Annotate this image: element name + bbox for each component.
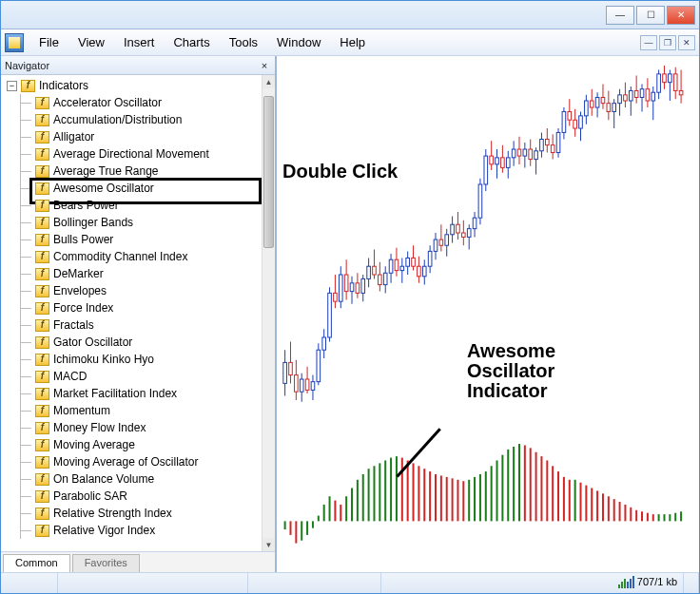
svg-rect-27 [356,283,360,294]
tree-item-average-directional-movement[interactable]: Average Directional Movement [1,145,262,163]
tree-item-accelerator-oscillator[interactable]: Accelerator Oscillator [1,94,262,111]
svg-rect-91 [535,151,538,160]
scrollbar[interactable]: ▲ ▼ [262,75,275,551]
svg-rect-131 [646,89,650,101]
tree-item-relative-vigor-index[interactable]: Relative Vigor Index [1,522,262,539]
svg-rect-15 [322,337,326,350]
window-minimize-button[interactable]: — [606,6,634,25]
scrollbar-down-icon[interactable]: ▼ [262,538,275,551]
app-icon [5,33,24,52]
chart-area[interactable]: Double Click Awesome Oscillator Indicato… [277,56,699,572]
svg-rect-107 [579,116,583,128]
tree-item-market-facilitation-index[interactable]: Market Facilitation Index [1,385,262,402]
tab-favorites[interactable]: Favorites [72,554,140,572]
svg-rect-41 [395,259,399,270]
indicator-icon [35,490,49,503]
mdi-restore-button[interactable]: ❐ [659,35,676,50]
scrollbar-up-icon[interactable]: ▲ [262,75,275,88]
svg-rect-23 [344,275,348,292]
menu-help[interactable]: Help [330,35,375,49]
scrollbar-thumb[interactable] [263,96,274,248]
menu-file[interactable]: File [29,35,68,49]
svg-rect-13 [317,350,321,381]
chart-svg [277,56,699,572]
menu-charts[interactable]: Charts [164,35,219,49]
tree-item-on-balance-volume[interactable]: On Balance Volume [1,470,262,488]
svg-rect-93 [540,139,544,150]
collapse-icon[interactable]: − [7,81,17,91]
tree-item-force-index[interactable]: Force Index [1,299,262,316]
menu-window[interactable]: Window [267,35,330,49]
svg-rect-39 [389,259,393,273]
window-maximize-button[interactable]: ☐ [636,6,665,25]
tree-item-gator-oscillator[interactable]: Gator Oscillator [1,334,262,351]
mdi-close-button[interactable]: ✕ [678,35,695,50]
tree-item-label: Bulls Power [53,233,113,246]
status-cell-3 [248,573,381,593]
svg-rect-127 [634,90,638,97]
indicator-icon [35,234,49,246]
navigator-title: Navigator [5,60,49,71]
tree-item-money-flow-index[interactable]: Money Flow Index [1,419,262,436]
svg-rect-45 [406,258,410,266]
svg-rect-95 [546,139,550,144]
svg-rect-141 [673,74,677,91]
menu-insert[interactable]: Insert [114,35,165,49]
tree-item-bears-power[interactable]: Bears Power [1,197,262,214]
svg-rect-83 [512,149,515,158]
tree-item-moving-average-of-oscillator[interactable]: Moving Average of Oscillator [1,453,262,470]
indicator-icon [35,371,49,383]
svg-rect-119 [612,104,616,112]
connection-icon [618,575,633,588]
menu-tools[interactable]: Tools [220,35,267,49]
tree-root-indicators[interactable]: −Indicators [1,77,262,94]
svg-rect-43 [400,266,404,270]
tree-item-bollinger-bands[interactable]: Bollinger Bands [1,214,262,231]
tree-item-moving-average[interactable]: Moving Average [1,436,262,453]
tree-root-label: Indicators [39,79,88,92]
indicator-icon [35,405,49,417]
indicator-icon [35,388,49,400]
window-close-button[interactable]: ✕ [667,6,695,25]
svg-rect-63 [457,224,460,233]
tree-item-label: Bollinger Bands [53,216,133,229]
svg-rect-69 [473,218,476,228]
tree-item-commodity-channel-index[interactable]: Commodity Channel Index [1,248,262,265]
tree-item-label: Moving Average of Oscillator [53,455,199,469]
svg-rect-51 [422,266,426,277]
tree-item-label: Accelerator Oscillator [53,96,162,109]
tree-item-label: Awesome Oscillator [53,182,154,195]
tree-item-bulls-power[interactable]: Bulls Power [1,231,262,248]
svg-rect-111 [590,101,593,107]
tree-item-fractals[interactable]: Fractals [1,316,262,334]
svg-rect-79 [501,158,505,168]
tree-item-ichimoku-kinko-hyo[interactable]: Ichimoku Kinko Hyo [1,351,262,368]
tree-item-alligator[interactable]: Alligator [1,128,262,145]
tree-item-momentum[interactable]: Momentum [1,402,262,419]
tree-item-average-true-range[interactable]: Average True Range [1,163,262,180]
navigator-tree: −IndicatorsAccelerator OscillatorAccumul… [1,75,262,551]
tree-item-macd[interactable]: MACD [1,368,262,385]
tree-item-label: Average Directional Movement [53,147,209,161]
navigator-tabs: Common Favorites [1,551,275,572]
svg-rect-129 [640,89,644,98]
svg-rect-17 [328,293,332,337]
status-cell-2 [58,573,248,593]
tree-item-parabolic-sar[interactable]: Parabolic SAR [1,488,262,505]
tree-item-envelopes[interactable]: Envelopes [1,282,262,299]
tab-common[interactable]: Common [3,554,70,572]
svg-rect-125 [629,90,632,101]
svg-rect-37 [383,273,387,284]
svg-rect-47 [412,258,416,266]
svg-rect-133 [651,92,655,101]
menu-view[interactable]: View [68,35,114,49]
tree-item-accumulation-distribution[interactable]: Accumulation/Distribution [1,111,262,128]
svg-rect-11 [311,382,315,391]
tree-item-relative-strength-index[interactable]: Relative Strength Index [1,505,262,522]
mdi-controls: — ❐ ✕ [638,35,695,50]
navigator-close-button[interactable]: × [258,60,271,71]
tree-item-demarker[interactable]: DeMarker [1,265,262,282]
mdi-minimize-button[interactable]: — [640,35,657,50]
tree-item-label: Average True Range [53,164,159,178]
tree-item-awesome-oscillator[interactable]: Awesome Oscillator [1,180,262,197]
